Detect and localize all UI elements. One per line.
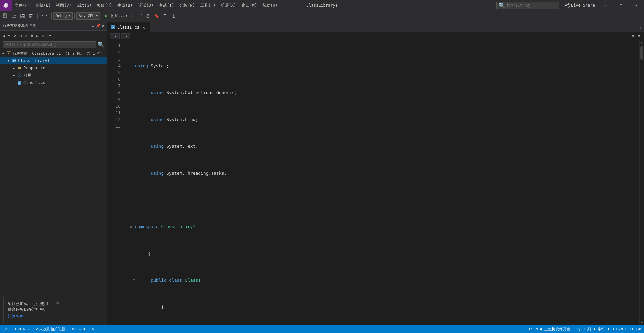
fold-indicator-7[interactable]: ⊟ <box>130 223 135 230</box>
code-content[interactable]: ⊟using System; using System.Collections.… <box>125 40 639 325</box>
debug-config-dropdown[interactable]: Debug ▾ <box>53 12 73 20</box>
sidebar-tb-show-all[interactable]: ◻ <box>35 31 40 40</box>
sidebar-tb-forward[interactable]: ▷ <box>24 31 29 40</box>
cpu-dropdown[interactable]: Any CPU ▾ <box>76 12 100 20</box>
toast-link[interactable]: 始终忽略 <box>8 314 58 319</box>
tb-start-wo-debug[interactable]: ▷ <box>130 12 135 20</box>
maximize-button[interactable]: □ <box>613 0 629 11</box>
sidebar-tb-home[interactable]: ⌂ <box>1 31 6 40</box>
liveshare-button[interactable]: Live Share <box>562 3 598 8</box>
minimize-button[interactable]: ─ <box>598 0 613 11</box>
menu-build[interactable]: 生成(B) <box>115 0 136 11</box>
tb-performance[interactable] <box>144 12 152 20</box>
vs-logo[interactable] <box>0 0 12 11</box>
tb-bookmark-next[interactable] <box>161 12 169 20</box>
scrollbar-track[interactable] <box>640 45 644 320</box>
chevron-icon: ▾ <box>114 34 117 38</box>
tb-save[interactable] <box>19 12 27 20</box>
tb-bookmark[interactable]: 🔖 <box>153 12 160 20</box>
menu-git[interactable]: Git(G) <box>74 0 94 11</box>
menu-file[interactable]: 文件(F) <box>12 0 33 11</box>
token-dot-3: . <box>182 116 185 123</box>
svg-point-2 <box>568 6 569 7</box>
token-ns-5: System <box>164 170 182 177</box>
tree-item-solution[interactable]: ▶ S 解决方案 'ClassLibrary1' (1 个项目，共 1 个) <box>0 50 107 57</box>
toast-close-button[interactable]: ✕ <box>56 299 59 305</box>
fold-line-4 <box>135 143 140 150</box>
split-editor-btn[interactable]: ⊞ <box>630 32 635 40</box>
token-dot-5: . <box>182 170 185 177</box>
fold-line-9 <box>138 277 140 284</box>
tb-new[interactable] <box>1 12 9 20</box>
sidebar-tb-filter[interactable]: ⚙ <box>40 31 45 40</box>
sidebar-tb-collapse[interactable]: ⊟ <box>29 31 34 40</box>
breadcrumb-dropdown1[interactable]: ▾ <box>110 33 120 39</box>
search-input[interactable] <box>507 3 557 8</box>
sidebar-search-input[interactable] <box>3 41 96 48</box>
breadcrumb-dropdown2[interactable]: ▾ <box>121 33 131 39</box>
token-class1: Class1 <box>185 277 201 284</box>
sidebar-tb-more[interactable]: ≫ <box>46 31 53 40</box>
menu-view[interactable]: 视图(V) <box>53 0 74 11</box>
menu-test[interactable]: 测试(T) <box>156 0 177 11</box>
sb-csdn[interactable]: CSDN ● 上位机软件开发 <box>526 325 574 333</box>
sb-git-branch[interactable]: ⊙ <box>88 325 97 333</box>
close-button[interactable]: ✕ <box>629 0 644 11</box>
tb-start[interactable]: ▶ <box>104 12 109 20</box>
tree-item-project[interactable]: ▼ C# ClassLibrary1 <box>0 57 107 64</box>
menu-extensions[interactable]: 扩展(X) <box>218 0 239 11</box>
menu-debug[interactable]: 调试(D) <box>136 0 156 11</box>
fold-indicator-9[interactable]: ⊟ <box>133 277 138 284</box>
menu-project[interactable]: 项目(P) <box>94 0 115 11</box>
sidebar-pin-icon[interactable]: 📌 <box>96 23 101 28</box>
tb-redo[interactable]: ↪ <box>45 12 50 20</box>
scrollbar-up-btn[interactable]: ▲ <box>640 40 644 45</box>
code-line-10: { <box>130 304 639 311</box>
tab-class1cs[interactable]: c# Class1.cs ✕ <box>107 22 150 32</box>
position-label: 行:1 列:1 字符:1 UTF-8 CRLF C# <box>577 327 641 332</box>
sb-status[interactable]: ✔ 未找到相关问题 <box>33 325 69 333</box>
tb-saveall[interactable] <box>28 12 36 20</box>
toolbar: ↩ ↪ Debug ▾ Any CPU ▾ ▶ 附加... ▾ ▷ 🔖 <box>0 11 644 21</box>
tb-open[interactable] <box>10 12 18 20</box>
liveshare-label: Live Share <box>571 3 595 8</box>
token-namespace: namespace <box>135 223 158 230</box>
tb-undo[interactable]: ↩ <box>39 12 44 20</box>
search-box-title[interactable]: 🔍 <box>496 2 559 9</box>
sb-errors[interactable]: ⊗ 0 ⚠ 0 <box>68 325 88 333</box>
token-class: class <box>169 277 182 284</box>
sidebar-close-icon[interactable]: ✕ <box>102 23 104 28</box>
window-title: ClassLibrary1 <box>306 3 338 8</box>
code-editor: 1 2 3 4 5 6 7 8 9 10 11 12 13 ⊟using Sys… <box>107 40 644 325</box>
sidebar-sync-icon[interactable]: ⊡ <box>92 23 94 28</box>
search-icon: 🔍 <box>98 41 104 48</box>
tb-sep2 <box>51 13 52 19</box>
warning-icon: ⚠ <box>79 327 82 331</box>
sb-git-icon[interactable]: ⎇ <box>0 325 11 333</box>
menu-window[interactable]: 窗口(W) <box>239 0 260 11</box>
tb-step-over[interactable] <box>136 12 144 20</box>
tree-item-properties[interactable]: ▶ Properties <box>0 64 107 72</box>
tb-attach[interactable]: 附加... ▾ <box>110 12 129 20</box>
menu-analyze[interactable]: 分析(N) <box>177 0 198 11</box>
tb-bookmark-prev[interactable] <box>170 12 178 20</box>
tree-item-references[interactable]: ▶ ⚙ 引用 <box>0 72 107 79</box>
scrollbar-right[interactable]: ▲ ▼ <box>639 40 644 325</box>
sb-position[interactable]: 行:1 列:1 字符:1 UTF-8 CRLF C# <box>574 325 644 333</box>
token-space2-9 <box>182 277 185 284</box>
scrollbar-down-btn[interactable]: ▼ <box>640 320 644 325</box>
fold-indicator-1[interactable]: ⊟ <box>130 63 135 69</box>
sb-zoom[interactable]: 130 % ▾ <box>11 325 33 333</box>
tab-new-btn[interactable]: + <box>638 24 643 32</box>
sidebar-tb-back[interactable]: ◁ <box>18 31 23 40</box>
menu-tools[interactable]: 工具(T) <box>198 0 218 11</box>
sidebar-tb-refresh[interactable]: ↺ <box>12 31 17 40</box>
menu-help[interactable]: 帮助(H) <box>260 0 280 11</box>
tab-close-button[interactable]: ✕ <box>141 25 146 30</box>
token-text: Text <box>185 143 195 150</box>
tree-item-class1cs[interactable]: c# Class1.cs <box>0 79 107 86</box>
scrollbar-thumb[interactable] <box>640 46 643 60</box>
menu-edit[interactable]: 编辑(E) <box>33 0 54 11</box>
settings-btn[interactable]: ⚙ <box>636 32 641 40</box>
sidebar-tb-nav[interactable]: ↩ <box>7 31 12 40</box>
